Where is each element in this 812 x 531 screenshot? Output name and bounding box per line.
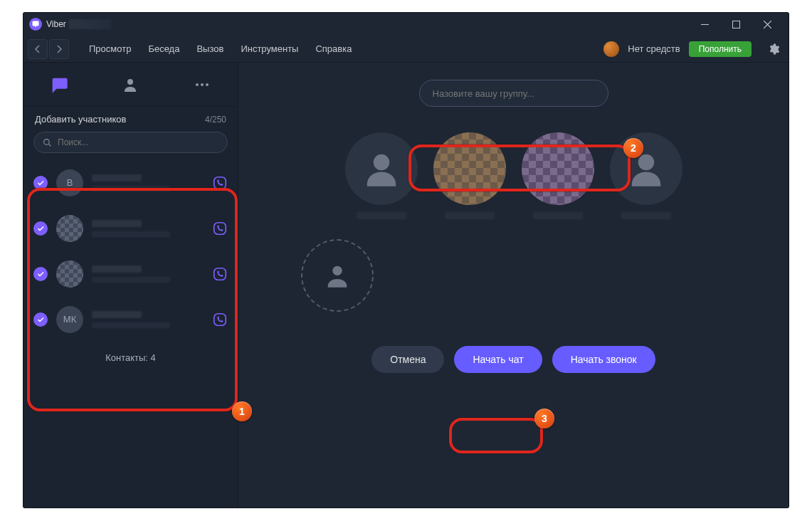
- viber-icon: [212, 175, 228, 191]
- svg-rect-1: [732, 21, 739, 28]
- annotation-badge-1: 1: [232, 401, 252, 421]
- svg-point-12: [638, 154, 654, 171]
- sidebar-header: Добавить участников 4/250: [23, 107, 238, 129]
- contact-row[interactable]: МК: [23, 297, 238, 342]
- search-icon: [43, 138, 52, 147]
- svg-point-11: [373, 154, 389, 171]
- search-input[interactable]: [58, 137, 218, 147]
- contact-name-blur: [92, 266, 204, 283]
- add-participant-button[interactable]: [301, 239, 374, 312]
- check-icon: [33, 221, 48, 236]
- viber-icon: [212, 266, 228, 282]
- menu-view[interactable]: Просмотр: [89, 43, 131, 54]
- start-call-button[interactable]: Начать звонок: [552, 346, 655, 373]
- contact-name-blur: [92, 311, 204, 328]
- svg-point-3: [196, 83, 199, 86]
- contact-avatar: В: [56, 169, 83, 196]
- tab-contacts-icon[interactable]: [117, 71, 144, 98]
- svg-rect-10: [214, 313, 226, 325]
- menu-tools[interactable]: Инструменты: [241, 43, 298, 54]
- settings-gear-icon[interactable]: [763, 38, 784, 60]
- svg-point-13: [332, 266, 342, 275]
- menu-chat[interactable]: Беседа: [148, 43, 179, 54]
- svg-point-5: [206, 83, 209, 86]
- window-minimize-button[interactable]: [689, 13, 720, 36]
- svg-rect-9: [214, 268, 226, 280]
- menu-call[interactable]: Вызов: [196, 43, 223, 54]
- nav-forward-button[interactable]: [49, 39, 69, 59]
- window-subtitle-blur: [69, 19, 112, 29]
- participant-tile[interactable]: [610, 132, 682, 219]
- contact-row[interactable]: [23, 251, 238, 297]
- contact-list: В: [23, 160, 238, 508]
- participant-label-blur: [533, 212, 583, 219]
- check-icon: [33, 267, 48, 281]
- cancel-button[interactable]: Отмена: [371, 346, 444, 373]
- account-avatar[interactable]: [603, 41, 619, 57]
- annotation-badge-3: 3: [534, 409, 554, 429]
- annotation-badge-2: 2: [623, 138, 643, 158]
- svg-rect-0: [701, 24, 709, 25]
- viber-icon: [212, 312, 228, 327]
- contact-row[interactable]: В: [23, 160, 238, 206]
- menubar: Просмотр Беседа Вызов Инструменты Справк…: [23, 36, 789, 63]
- participant-label-blur: [621, 212, 671, 219]
- action-buttons: Отмена Начать чат Начать звонок: [371, 346, 655, 373]
- tab-chats-icon[interactable]: [46, 71, 73, 98]
- window-close-button[interactable]: [752, 13, 783, 36]
- balance-label: Нет средств: [628, 43, 680, 54]
- svg-rect-8: [214, 222, 226, 234]
- participant-count: 4/250: [205, 115, 226, 125]
- svg-point-4: [201, 83, 204, 86]
- topup-button[interactable]: Пополнить: [689, 41, 752, 57]
- check-icon: [33, 312, 48, 327]
- contact-avatar: [56, 261, 83, 288]
- contact-name-blur: [92, 174, 204, 191]
- sidebar-title: Добавить участников: [35, 114, 126, 125]
- main-panel: Отмена Начать чат Начать звонок: [238, 63, 789, 508]
- participant-tile[interactable]: [522, 132, 594, 219]
- svg-point-2: [127, 79, 133, 85]
- start-chat-button[interactable]: Начать чат: [454, 346, 542, 373]
- window-maximize-button[interactable]: [720, 13, 752, 36]
- contact-name-blur: [92, 220, 204, 237]
- participant-tile[interactable]: [345, 132, 418, 219]
- participant-label-blur: [357, 212, 406, 219]
- group-name-field[interactable]: [419, 80, 608, 107]
- tab-more-icon[interactable]: [189, 71, 216, 98]
- contacts-footer: Контакты: 4: [23, 342, 238, 374]
- viber-app-icon: [29, 18, 42, 31]
- group-name-input[interactable]: [433, 88, 595, 99]
- svg-rect-7: [214, 177, 226, 189]
- sidebar: Добавить участников 4/250 В: [23, 63, 238, 508]
- viber-window: Viber Просмотр Беседа Вызов Инструменты …: [23, 13, 789, 508]
- check-icon: [33, 176, 48, 190]
- contact-search[interactable]: [33, 132, 228, 153]
- participant-label-blur: [445, 212, 495, 219]
- contact-row[interactable]: [23, 206, 238, 251]
- titlebar: Viber: [23, 13, 789, 36]
- svg-point-6: [44, 139, 50, 144]
- window-title: Viber: [46, 19, 66, 29]
- contact-avatar: [56, 215, 83, 242]
- person-icon: [362, 149, 401, 188]
- person-icon: [323, 261, 352, 290]
- participant-tile[interactable]: [433, 132, 506, 219]
- menu-help[interactable]: Справка: [315, 43, 352, 54]
- nav-back-button[interactable]: [28, 39, 48, 59]
- contact-avatar: МК: [56, 306, 83, 333]
- viber-icon: [212, 221, 228, 236]
